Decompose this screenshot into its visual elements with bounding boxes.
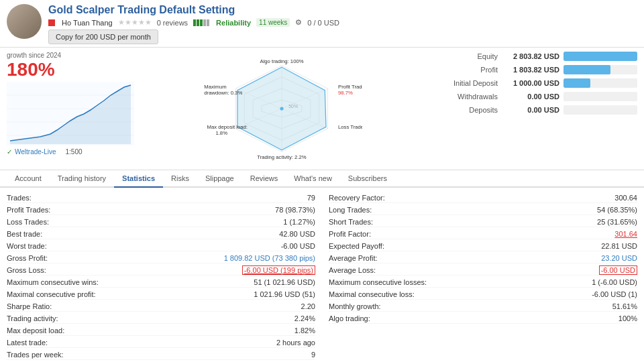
growth-chart bbox=[7, 82, 134, 145]
svg-text:Profit Trades:: Profit Trades: bbox=[338, 84, 362, 90]
stat-bar bbox=[564, 78, 590, 88]
stat-line-value: 1.82% bbox=[294, 326, 315, 335]
right-stats: Equity 2 803.82 USD Profit 1 803.82 USD … bbox=[423, 52, 637, 166]
stat-label: Withdrawals bbox=[423, 93, 503, 101]
stat-line-value: 1 021.96 USD (51) bbox=[254, 290, 315, 298]
svg-text:drawdown: 0.3%: drawdown: 0.3% bbox=[204, 90, 242, 96]
stat-line: Latest trade: 2 hours ago bbox=[7, 338, 315, 348]
stat-line-label: Trades per week: bbox=[7, 351, 64, 359]
stat-row: Profit 1 803.82 USD bbox=[423, 65, 637, 74]
stat-line: Recovery Factor: 300.64 bbox=[329, 193, 637, 203]
stat-line-label: Recovery Factor: bbox=[329, 194, 385, 202]
tab-subscribers[interactable]: Subscribers bbox=[340, 170, 395, 188]
stat-line-value: 22.81 USD bbox=[601, 242, 637, 250]
tab-reviews[interactable]: Reviews bbox=[242, 170, 286, 188]
stat-line: Maximal consecutive profit: 1 021.96 USD… bbox=[7, 290, 315, 300]
stat-bar bbox=[564, 52, 637, 61]
stat-value: 1 000.00 USD bbox=[503, 79, 564, 87]
stat-line: Algo trading: 100% bbox=[329, 314, 637, 324]
stat-line-label: Maximum consecutive losses: bbox=[329, 278, 427, 286]
stat-line-value: 1 (-6.00 USD) bbox=[592, 278, 637, 286]
stat-line-label: Latest trade: bbox=[7, 339, 48, 347]
stat-line: Worst trade: -6.00 USD bbox=[7, 241, 315, 251]
stat-bar-container bbox=[564, 105, 637, 115]
broker-row: ✓ Weltrade-Live 1:500 bbox=[7, 148, 141, 156]
stat-line-label: Maximal consecutive profit: bbox=[7, 290, 96, 298]
stat-line: Max deposit load: 1.82% bbox=[7, 326, 315, 336]
tab-statistics[interactable]: Statistics bbox=[114, 170, 163, 188]
svg-text:50%: 50% bbox=[288, 104, 298, 109]
stat-line-label: Long Trades: bbox=[329, 206, 372, 214]
tab-trading-history[interactable]: Trading history bbox=[50, 170, 114, 188]
stat-row: Deposits 0.00 USD bbox=[423, 105, 637, 115]
stat-value: 0.00 USD bbox=[503, 93, 564, 101]
stat-line-label: Average Profit: bbox=[329, 254, 378, 262]
stat-line-value: 301.64 bbox=[614, 230, 637, 238]
tab-account[interactable]: Account bbox=[7, 170, 50, 188]
stat-line-value: 2 hours ago bbox=[276, 339, 315, 347]
top-section: growth since 2024 180% ✓ Weltrade-Live 1… bbox=[0, 48, 644, 170]
stat-line-label: Algo trading: bbox=[329, 314, 370, 322]
stat-bar-container bbox=[564, 92, 637, 101]
leverage: 1:500 bbox=[66, 148, 83, 156]
stat-bar-container bbox=[564, 52, 637, 61]
stat-line: Profit Factor: 301.64 bbox=[329, 229, 637, 239]
svg-text:Maximum: Maximum bbox=[204, 84, 226, 90]
tab-slippage[interactable]: Slippage bbox=[197, 170, 242, 188]
page-title: Gold Scalper Trading Default Setting bbox=[48, 4, 637, 16]
stat-line: Short Trades: 25 (31.65%) bbox=[329, 217, 637, 227]
stat-line: Average Loss: -6.00 USD bbox=[329, 265, 637, 276]
stat-line-value: 51 (1 021.96 USD) bbox=[254, 278, 315, 286]
highlighted-value: 1 809.82 USD (73 380 pips) bbox=[224, 254, 315, 262]
reviews-count: 0 reviews bbox=[157, 19, 188, 27]
stat-line-label: Gross Loss: bbox=[7, 266, 46, 274]
stat-bar-container bbox=[564, 65, 637, 74]
red-value: 301.64 bbox=[614, 230, 637, 238]
stat-line: Maximum consecutive wins: 51 (1 021.96 U… bbox=[7, 278, 315, 288]
stat-line: Sharpe Ratio: 2.20 bbox=[7, 302, 315, 312]
stat-bar bbox=[564, 65, 610, 74]
stats-right-col: Recovery Factor: 300.64 Long Trades: 54 … bbox=[329, 193, 637, 362]
avatar bbox=[7, 4, 42, 39]
stat-bar-container bbox=[564, 78, 637, 88]
stats-left-col: Trades: 79 Profit Trades: 78 (98.73%) Lo… bbox=[7, 193, 315, 362]
tab-risks[interactable]: Risks bbox=[163, 170, 197, 188]
stat-line-value: 9 bbox=[311, 351, 315, 359]
stat-line: Long Trades: 54 (68.35%) bbox=[329, 205, 637, 215]
stat-row: Withdrawals 0.00 USD bbox=[423, 92, 637, 101]
author-name: Ho Tuan Thang bbox=[62, 19, 113, 27]
stat-line: Maximum consecutive losses: 1 (-6.00 USD… bbox=[329, 278, 637, 288]
stat-line-value: 78 (98.73%) bbox=[275, 206, 315, 214]
stat-label: Deposits bbox=[423, 106, 503, 114]
radar-area: Algo trading: 100% Profit Trades: 98.7% … bbox=[148, 52, 416, 166]
stat-line-value: 51.61% bbox=[612, 302, 637, 310]
stat-line-label: Trades: bbox=[7, 194, 32, 202]
stat-value: 1 803.82 USD bbox=[503, 66, 564, 74]
stat-line-label: Max deposit load: bbox=[7, 326, 64, 335]
stat-line-value: 25 (31.65%) bbox=[597, 218, 637, 226]
radar-chart: Algo trading: 100% Profit Trades: 98.7% … bbox=[201, 52, 362, 166]
stat-line-label: Sharpe Ratio: bbox=[7, 302, 52, 310]
stat-line-value: -6.00 USD bbox=[599, 266, 637, 274]
stat-line-label: Trading activity: bbox=[7, 314, 58, 322]
stat-line-label: Monthly growth: bbox=[329, 302, 381, 310]
stat-line-value: -6.00 USD bbox=[281, 242, 315, 250]
stat-line-value: 23.20 USD bbox=[601, 254, 637, 262]
growth-label: growth since 2024 bbox=[7, 52, 141, 59]
stat-row: Initial Deposit 1 000.00 USD bbox=[423, 78, 637, 88]
header: Gold Scalper Trading Default Setting Ho … bbox=[0, 0, 644, 48]
copy-button[interactable]: Copy for 200 USD per month bbox=[48, 29, 158, 44]
stat-line-value: 100% bbox=[619, 314, 637, 322]
stat-line: Trading activity: 2.24% bbox=[7, 314, 315, 324]
stat-line-label: Maximal consecutive loss: bbox=[329, 290, 415, 298]
stat-line-value: 79 bbox=[307, 194, 315, 202]
stat-line-value: -6.00 USD (199 pips) bbox=[242, 266, 315, 274]
tab-whats-new[interactable]: What's new bbox=[286, 170, 340, 188]
stat-line-label: Average Loss: bbox=[329, 266, 376, 274]
svg-point-13 bbox=[280, 107, 283, 110]
stat-line-label: Profit Trades: bbox=[7, 206, 50, 214]
highlighted-value: -6.00 USD (199 pips) bbox=[242, 265, 315, 275]
header-info: Gold Scalper Trading Default Setting Ho … bbox=[48, 4, 637, 44]
stat-line: Average Profit: 23.20 USD bbox=[329, 253, 637, 263]
stat-line-label: Maximum consecutive wins: bbox=[7, 278, 99, 286]
